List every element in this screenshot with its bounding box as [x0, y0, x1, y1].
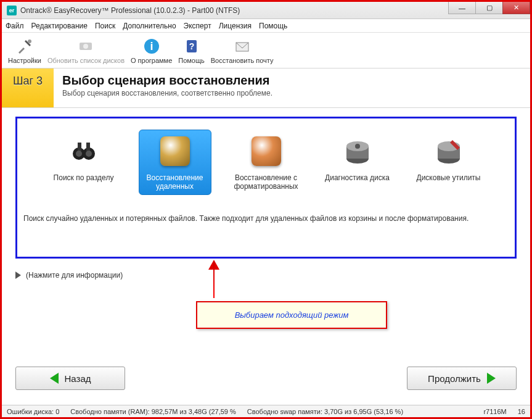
- window-title: Ontrack® EasyRecovery™ Professional (10.…: [20, 6, 240, 15]
- annotation-arrow: [213, 261, 215, 298]
- status-num: 16: [518, 408, 525, 415]
- scenario-label: Диагностика диска: [325, 173, 390, 182]
- hint-text: (Нажмите для информации): [26, 271, 123, 280]
- nav-buttons: Назад Продолжить: [2, 360, 530, 400]
- scenario-label: Дисковые утилиты: [417, 173, 481, 182]
- menu-edit[interactable]: Редактирование: [31, 22, 88, 30]
- tools-icon: [15, 37, 34, 56]
- scenario-recover-deleted[interactable]: Восстановление удаленных: [139, 130, 211, 195]
- svg-point-17: [355, 144, 360, 149]
- tool-help[interactable]: ? Помощь: [178, 37, 205, 64]
- tool-restore-mail[interactable]: Восстановить почту: [211, 37, 274, 64]
- tool-about[interactable]: i О программе: [131, 37, 172, 64]
- mail-icon: [233, 37, 252, 56]
- disk-diag-icon: [340, 134, 375, 168]
- status-code: r7116M: [483, 408, 506, 415]
- status-ram: Свободно памяти (RAM): 982,57M из 3,48G …: [70, 408, 236, 415]
- next-button[interactable]: Продолжить: [407, 367, 517, 390]
- back-button[interactable]: Назад: [15, 367, 125, 390]
- scenario-box: Поиск по разделу Восстановление удаленны…: [15, 117, 517, 259]
- binoculars-icon: [67, 134, 101, 168]
- maximize-button[interactable]: ▢: [475, 2, 503, 14]
- titlebar: er Ontrack® EasyRecovery™ Professional (…: [2, 2, 530, 19]
- info-icon: i: [142, 37, 161, 56]
- menu-license[interactable]: Лицензия: [219, 22, 252, 30]
- callout-text: Выбираем подходящий режим: [235, 310, 349, 320]
- scenario-label: Восстановление с форматированных: [232, 173, 301, 191]
- disk-tools-icon: [432, 134, 466, 168]
- tool-refresh-disks[interactable]: Обновить список дисков: [47, 37, 125, 64]
- refresh-icon: [76, 37, 95, 56]
- scenario-disk-diagnostics[interactable]: Диагностика диска: [321, 130, 394, 195]
- tool-label: О программе: [131, 57, 172, 64]
- svg-point-13: [86, 151, 92, 157]
- toolbar: Настройки Обновить список дисков i О про…: [2, 33, 530, 68]
- next-label: Продолжить: [428, 373, 481, 384]
- menu-file[interactable]: Файл: [6, 22, 24, 30]
- svg-text:i: i: [150, 40, 153, 52]
- arrow-right-icon: [487, 373, 496, 384]
- step-header: Шаг 3 Выбор сценария восстановления Выбо…: [2, 68, 530, 108]
- scenario-label: Поиск по разделу: [54, 173, 114, 182]
- main-panel: Поиск по разделу Восстановление удаленны…: [2, 108, 530, 284]
- step-badge: Шаг 3: [2, 68, 54, 107]
- svg-point-2: [83, 44, 88, 49]
- status-errors: Ошибки диска: 0: [7, 408, 59, 415]
- menu-expert[interactable]: Эксперт: [184, 22, 211, 30]
- tool-label: Обновить список дисков: [47, 57, 125, 64]
- svg-rect-10: [78, 143, 81, 151]
- close-button[interactable]: ✕: [502, 2, 530, 14]
- hint-row[interactable]: (Нажмите для информации): [15, 271, 517, 280]
- recycle-icon: [158, 134, 192, 168]
- svg-text:?: ?: [189, 41, 194, 51]
- expand-icon: [15, 272, 21, 279]
- help-book-icon: ?: [182, 37, 201, 56]
- tool-settings[interactable]: Настройки: [8, 37, 41, 64]
- menu-help[interactable]: Помощь: [259, 22, 287, 30]
- svg-point-12: [76, 151, 82, 157]
- arrow-left-icon: [50, 373, 59, 384]
- scenario-label: Восстановление удаленных: [141, 173, 210, 191]
- statusbar: Ошибки диска: 0 Свободно памяти (RAM): 9…: [2, 405, 530, 417]
- step-subtitle: Выбор сценария восстановления, соответст…: [62, 89, 272, 97]
- svg-point-0: [28, 39, 31, 43]
- tool-label: Восстановить почту: [211, 57, 274, 64]
- menu-extra[interactable]: Дополнительно: [123, 22, 176, 30]
- minimize-button[interactable]: —: [448, 2, 476, 14]
- back-label: Назад: [65, 373, 91, 384]
- scenario-description: Поиск случайно удаленных и потерянных фа…: [23, 214, 509, 224]
- menu-search[interactable]: Поиск: [95, 22, 115, 30]
- annotation-callout: Выбираем подходящий режим: [196, 301, 387, 329]
- app-icon: er: [7, 6, 17, 15]
- svg-rect-11: [86, 143, 90, 151]
- status-swap: Свободно swap памяти: 3,70G из 6,95G (53…: [247, 408, 403, 415]
- menubar: Файл Редактирование Поиск Дополнительно …: [2, 19, 530, 33]
- format-icon: [249, 134, 284, 168]
- tool-label: Помощь: [178, 57, 205, 64]
- scenario-recover-formatted[interactable]: Восстановление с форматированных: [230, 130, 303, 195]
- step-title: Выбор сценария восстановления: [62, 73, 272, 88]
- scenario-partition-search[interactable]: Поиск по разделу: [47, 130, 120, 195]
- tool-label: Настройки: [8, 57, 41, 64]
- scenario-disk-utilities[interactable]: Дисковые утилиты: [412, 130, 485, 195]
